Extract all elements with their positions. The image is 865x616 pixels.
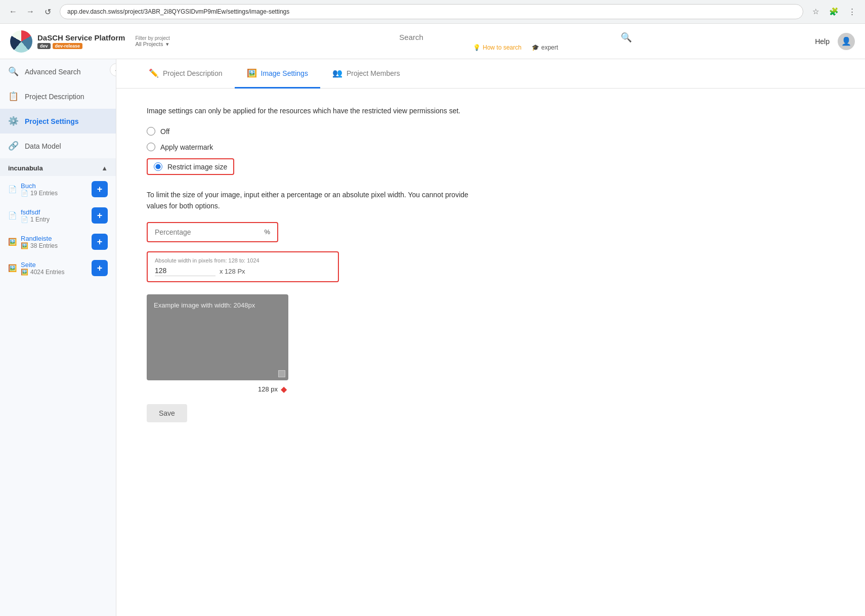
abs-width-input[interactable] (155, 267, 215, 276)
forward-button[interactable]: → (23, 5, 37, 19)
users-icon: 👥 (332, 68, 342, 78)
radio-restrict-label: Restrict image size (167, 163, 227, 171)
add-buch-button[interactable]: + (92, 181, 108, 197)
logo-area: DaSCH Service Platform dev dev-release (10, 30, 125, 53)
doc-icon: 📄 (8, 211, 17, 219)
radio-option-watermark[interactable]: Apply watermark (147, 143, 835, 151)
radio-group: Off Apply watermark Restrict image size (147, 127, 835, 175)
expert-label: expert (541, 44, 558, 51)
sub-item-count: 🖼️ 4024 Entries (21, 269, 64, 276)
menu-button[interactable]: ⋮ (845, 5, 859, 19)
sub-item-count: 📄 19 Entries (21, 190, 58, 197)
filter-select[interactable]: All Projects ▾ (135, 41, 216, 48)
help-button[interactable]: Help (815, 37, 830, 46)
radio-option-restrict[interactable]: Restrict image size (147, 158, 835, 175)
reload-button[interactable]: ↺ (40, 5, 55, 19)
filter-value: All Projects (135, 41, 163, 47)
image-icon-small: 🖼️ (21, 242, 28, 249)
corner-marker (278, 370, 285, 377)
edit-icon: ✏️ (149, 68, 159, 78)
browser-actions: ☆ 🧩 ⋮ (808, 5, 859, 19)
save-button[interactable]: Save (147, 404, 187, 422)
sub-item-count: 📄 1 Entry (21, 216, 50, 223)
search-icon[interactable]: 🔍 (621, 32, 632, 43)
data-model-icon: 🔗 (8, 141, 19, 151)
document-icon: 📋 (8, 91, 19, 102)
sidebar-item-label: Data Model (25, 142, 61, 150)
expert-icon: 🎓 (532, 44, 539, 51)
add-seite-button[interactable]: + (92, 260, 108, 276)
doc-icon: 📄 (8, 185, 17, 193)
abs-suffix: x 128 Px (220, 268, 245, 275)
tab-project-members[interactable]: 👥 Project Members (320, 59, 412, 89)
sidebar-item-label: Project Settings (25, 117, 79, 125)
sub-item-name: fsdfsdf (21, 208, 50, 216)
sidebar-sub-item-buch[interactable]: 📄 Buch 📄 19 Entries + (0, 176, 116, 202)
search-icon: 🔍 (8, 66, 19, 77)
back-button[interactable]: ← (6, 5, 20, 19)
radio-watermark-label: Apply watermark (160, 143, 213, 151)
add-fsdfsdf-button[interactable]: + (92, 207, 108, 224)
section-label: incunabula (8, 164, 43, 172)
arrow-icon: ◆ (281, 384, 287, 394)
percentage-input[interactable] (155, 228, 261, 236)
address-bar[interactable]: app.dev.dasch.swiss/project/3ABR_2i8QYGS… (60, 4, 803, 19)
expert-badge: 🎓 expert (532, 44, 558, 51)
tab-image-settings[interactable]: 🖼️ Image Settings (235, 59, 320, 89)
sidebar-item-advanced-search[interactable]: 🔍 Advanced Search (0, 59, 116, 84)
project-filter[interactable]: Filter by project All Projects ▾ (135, 35, 216, 48)
url-text: app.dev.dasch.swiss/project/3ABR_2i8QYGS… (67, 8, 289, 15)
sub-item-count: 🖼️ 38 Entries (21, 242, 58, 249)
logo-title: DaSCH Service Platform (37, 33, 125, 42)
hint-bulb-icon: 💡 (473, 44, 481, 51)
px-label: 128 px (258, 385, 278, 393)
tab-label: Project Description (163, 69, 223, 77)
doc-icon-small: 📄 (21, 216, 28, 223)
search-bar: 🔍 (399, 32, 632, 43)
example-image: Example image with width: 2048px (147, 294, 288, 380)
example-image-container: Example image with width: 2048px 128 px … (147, 294, 835, 394)
sidebar-item-data-model[interactable]: 🔗 Data Model (0, 134, 116, 158)
sub-item-name: Buch (21, 182, 58, 190)
radio-option-off[interactable]: Off (147, 127, 835, 136)
search-area: 🔍 💡 How to search 🎓 expert (226, 32, 805, 51)
image-icon-small: 🖼️ (21, 269, 28, 276)
dev-badge: dev (37, 43, 51, 49)
content-area: Image settings can only be applied for t… (116, 89, 865, 441)
browser-chrome: ← → ↺ app.dev.dasch.swiss/project/3ABR_2… (0, 0, 865, 24)
abs-input-wrapper: Absolute width in pixels from: 128 to: 1… (147, 251, 339, 282)
search-input[interactable] (399, 33, 616, 41)
app-body: ‹ 🔍 Advanced Search 📋 Project Descriptio… (0, 59, 865, 616)
sub-item-name: Randleiste (21, 235, 58, 242)
sidebar-item-label: Advanced Search (25, 68, 81, 76)
star-button[interactable]: ☆ (808, 5, 823, 19)
hint-text: How to search (483, 44, 522, 51)
image-icon: 🖼️ (247, 68, 257, 78)
radio-off[interactable] (147, 127, 155, 136)
radio-watermark[interactable] (147, 143, 155, 151)
doc-icon-small: 📄 (21, 190, 28, 197)
filter-chevron-icon: ▾ (166, 41, 169, 48)
header-right: Help 👤 (815, 33, 855, 50)
abs-input-row: x 128 Px (155, 267, 331, 276)
abs-input-label: Absolute width in pixels from: 128 to: 1… (155, 257, 331, 263)
radio-off-label: Off (160, 127, 169, 136)
settings-icon: ⚙️ (8, 116, 19, 126)
extension-button[interactable]: 🧩 (827, 5, 841, 19)
avatar[interactable]: 👤 (838, 33, 855, 50)
tab-label: Project Members (347, 69, 400, 77)
sidebar-sub-item-fsdfsdf[interactable]: 📄 fsdfsdf 📄 1 Entry + (0, 202, 116, 229)
radio-restrict[interactable] (154, 162, 162, 171)
search-hint[interactable]: 💡 How to search (473, 44, 522, 51)
percentage-input-wrapper: % (147, 222, 278, 242)
sidebar-item-project-description[interactable]: 📋 Project Description (0, 84, 116, 109)
tab-project-description[interactable]: ✏️ Project Description (137, 59, 235, 89)
sidebar-sub-item-randleiste[interactable]: 🖼️ Randleiste 🖼️ 38 Entries + (0, 229, 116, 255)
sidebar-section-incunabula[interactable]: incunabula ▲ (0, 158, 116, 176)
devrelease-badge: dev-release (53, 43, 83, 49)
percentage-input-row: % (155, 228, 270, 236)
sidebar-sub-item-seite[interactable]: 🖼️ Seite 🖼️ 4024 Entries + (0, 255, 116, 281)
sidebar-item-project-settings[interactable]: ⚙️ Project Settings (0, 109, 116, 134)
logo-badges: dev dev-release (37, 43, 125, 49)
add-randleiste-button[interactable]: + (92, 234, 108, 250)
